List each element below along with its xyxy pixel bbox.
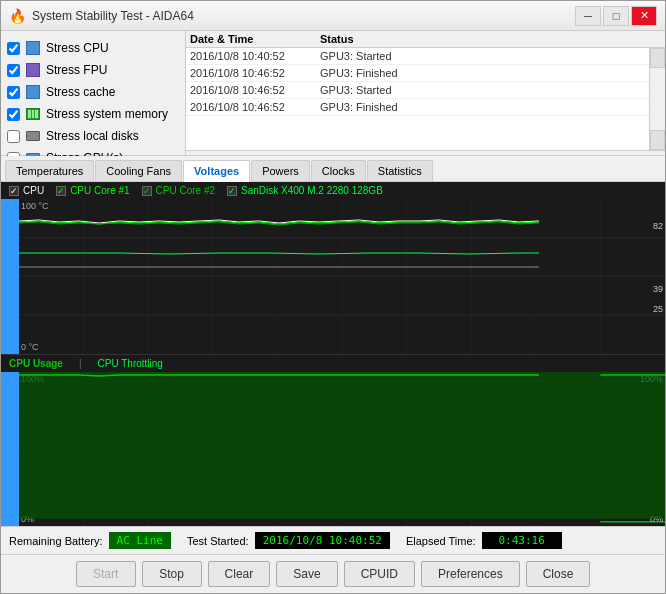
log-row: 2016/10/8 10:40:52 GPU3: Started bbox=[186, 48, 649, 65]
cpu-left-marker bbox=[1, 372, 19, 527]
log-col-status: Status bbox=[320, 33, 661, 45]
svg-rect-24 bbox=[19, 372, 665, 519]
main-content: Stress CPU Stress FPU Stress cache Stres… bbox=[1, 31, 665, 593]
checkbox-stress-cache-input[interactable] bbox=[7, 86, 20, 99]
start-button[interactable]: Start bbox=[76, 561, 136, 587]
log-row: 2016/10/8 10:46:52 GPU3: Started bbox=[186, 82, 649, 99]
clear-button[interactable]: Clear bbox=[208, 561, 271, 587]
cpu-chart-svg bbox=[19, 372, 665, 527]
cpu-chart-section: CPU Usage | CPU Throttling 100% 0% 100% … bbox=[1, 355, 665, 527]
stress-fpu-label: Stress FPU bbox=[46, 63, 107, 77]
log-col-datetime: Date & Time bbox=[190, 33, 320, 45]
legend-core1-label: CPU Core #1 bbox=[70, 185, 129, 196]
test-started-value: 2016/10/8 10:40:52 bbox=[255, 532, 390, 549]
legend-cpu-core2: ✓ CPU Core #2 bbox=[142, 185, 215, 196]
cpu-usage-label: CPU Usage bbox=[9, 358, 63, 369]
cpu-icon bbox=[25, 40, 41, 56]
tab-powers[interactable]: Powers bbox=[251, 160, 310, 181]
checkbox-stress-memory-input[interactable] bbox=[7, 108, 20, 121]
log-row: 2016/10/8 10:46:52 GPU3: Finished bbox=[186, 65, 649, 82]
cpu-legend: CPU Usage | CPU Throttling bbox=[1, 355, 665, 372]
tab-statistics[interactable]: Statistics bbox=[367, 160, 433, 181]
mem-icon bbox=[25, 106, 41, 122]
cpu-chart-body: 100% 0% 100% 0% bbox=[1, 372, 665, 527]
cpu-throttling-label: CPU Throttling bbox=[98, 358, 163, 369]
title-bar-left: 🔥 System Stability Test - AIDA64 bbox=[9, 8, 194, 24]
tab-clocks[interactable]: Clocks bbox=[311, 160, 366, 181]
checkbox-stress-disks-input[interactable] bbox=[7, 130, 20, 143]
close-button[interactable]: Close bbox=[526, 561, 591, 587]
tab-cooling-fans[interactable]: Cooling Fans bbox=[95, 160, 182, 181]
legend-cpu-core1: ✓ CPU Core #1 bbox=[56, 185, 129, 196]
tabs-bar: Temperatures Cooling Fans Voltages Power… bbox=[1, 156, 665, 182]
window-title: System Stability Test - AIDA64 bbox=[32, 9, 194, 23]
preferences-button[interactable]: Preferences bbox=[421, 561, 520, 587]
stress-disks-label: Stress local disks bbox=[46, 129, 139, 143]
log-header: Date & Time Status bbox=[186, 31, 665, 48]
stress-cpu-label: Stress CPU bbox=[46, 41, 109, 55]
temp-left-marker bbox=[1, 199, 19, 354]
close-window-button[interactable]: ✕ bbox=[631, 6, 657, 26]
log-rows-container[interactable]: 2016/10/8 10:40:52 GPU3: Started 2016/10… bbox=[186, 48, 665, 150]
bottom-info-bar: Remaining Battery: AC Line Test Started:… bbox=[1, 526, 665, 554]
temp-chart-canvas: 100 °C 0 °C 82 39 25 bbox=[19, 199, 665, 354]
checkbox-stress-fpu-input[interactable] bbox=[7, 64, 20, 77]
cache-icon bbox=[25, 84, 41, 100]
stop-button[interactable]: Stop bbox=[142, 561, 202, 587]
tab-voltages[interactable]: Voltages bbox=[183, 160, 250, 182]
legend-sandisk-check[interactable]: ✓ bbox=[227, 186, 237, 196]
footer: Start Stop Clear Save CPUID Preferences … bbox=[1, 554, 665, 593]
title-bar: 🔥 System Stability Test - AIDA64 ─ □ ✕ bbox=[1, 1, 665, 31]
log-row: 2016/10/8 10:46:52 GPU3: Finished bbox=[186, 99, 649, 116]
battery-field: Remaining Battery: AC Line bbox=[9, 532, 171, 549]
checkbox-stress-memory[interactable]: Stress system memory bbox=[7, 105, 179, 123]
checkbox-stress-cache[interactable]: Stress cache bbox=[7, 83, 179, 101]
log-rows: 2016/10/8 10:40:52 GPU3: Started 2016/10… bbox=[186, 48, 649, 150]
temp-chart-svg bbox=[19, 199, 665, 354]
left-panel: Stress CPU Stress FPU Stress cache Stres… bbox=[1, 31, 186, 155]
checkbox-stress-cpu[interactable]: Stress CPU bbox=[7, 39, 179, 57]
save-button[interactable]: Save bbox=[276, 561, 337, 587]
cpuid-button[interactable]: CPUID bbox=[344, 561, 415, 587]
test-started-field: Test Started: 2016/10/8 10:40:52 bbox=[187, 532, 390, 549]
temp-chart-body: 100 °C 0 °C 82 39 25 bbox=[1, 199, 665, 354]
temp-chart-section: ✓ CPU ✓ CPU Core #1 ✓ CPU Core #2 ✓ SanD… bbox=[1, 182, 665, 355]
legend-core2-label: CPU Core #2 bbox=[156, 185, 215, 196]
test-started-label: Test Started: bbox=[187, 535, 249, 547]
log-area: Date & Time Status 2016/10/8 10:40:52 GP… bbox=[186, 31, 665, 151]
elapsed-value: 0:43:16 bbox=[482, 532, 562, 549]
fpu-icon bbox=[25, 62, 41, 78]
temp-legend: ✓ CPU ✓ CPU Core #1 ✓ CPU Core #2 ✓ SanD… bbox=[1, 182, 665, 199]
main-window: 🔥 System Stability Test - AIDA64 ─ □ ✕ S… bbox=[0, 0, 666, 594]
battery-value: AC Line bbox=[109, 532, 171, 549]
legend-core2-check[interactable]: ✓ bbox=[142, 186, 152, 196]
charts-area: ✓ CPU ✓ CPU Core #1 ✓ CPU Core #2 ✓ SanD… bbox=[1, 182, 665, 526]
legend-sandisk-label: SanDisk X400 M.2 2280 128GB bbox=[241, 185, 383, 196]
tab-temperatures[interactable]: Temperatures bbox=[5, 160, 94, 181]
checkbox-stress-disks[interactable]: Stress local disks bbox=[7, 127, 179, 145]
legend-sandisk: ✓ SanDisk X400 M.2 2280 128GB bbox=[227, 185, 383, 196]
legend-core1-check[interactable]: ✓ bbox=[56, 186, 66, 196]
cpu-chart-canvas: 100% 0% 100% 0% bbox=[19, 372, 665, 527]
stress-memory-label: Stress system memory bbox=[46, 107, 168, 121]
legend-cpu-label: CPU bbox=[23, 185, 44, 196]
legend-cpu-check[interactable]: ✓ bbox=[9, 186, 19, 196]
disk-icon bbox=[25, 128, 41, 144]
battery-label: Remaining Battery: bbox=[9, 535, 103, 547]
legend-cpu: ✓ CPU bbox=[9, 185, 44, 196]
checkbox-stress-cpu-input[interactable] bbox=[7, 42, 20, 55]
title-controls: ─ □ ✕ bbox=[575, 6, 657, 26]
maximize-button[interactable]: □ bbox=[603, 6, 629, 26]
elapsed-label: Elapsed Time: bbox=[406, 535, 476, 547]
log-scrollbar[interactable] bbox=[649, 48, 665, 150]
cpu-legend-separator: | bbox=[79, 358, 82, 369]
minimize-button[interactable]: ─ bbox=[575, 6, 601, 26]
app-icon: 🔥 bbox=[9, 8, 26, 24]
top-section: Stress CPU Stress FPU Stress cache Stres… bbox=[1, 31, 665, 156]
checkbox-stress-fpu[interactable]: Stress FPU bbox=[7, 61, 179, 79]
elapsed-field: Elapsed Time: 0:43:16 bbox=[406, 532, 562, 549]
stress-cache-label: Stress cache bbox=[46, 85, 115, 99]
